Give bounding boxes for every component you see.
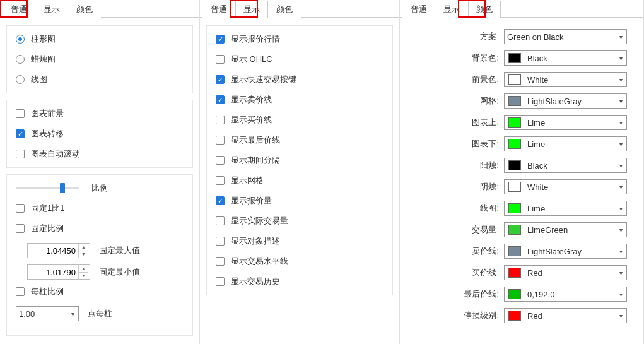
color-combo-8[interactable]: LimeGreen▾	[504, 222, 627, 237]
color-value-12: Red	[525, 311, 615, 321]
color-label-4: 图表下:	[456, 138, 499, 150]
tab-color-2[interactable]: 颜色	[268, 1, 301, 18]
checkbox-shift-label: 图表转移	[31, 128, 64, 139]
color-combo-10[interactable]: Red▾	[504, 265, 627, 280]
display-checkbox-label-8: 显示报价量	[231, 195, 272, 206]
radio-bar-label: 柱形图	[31, 33, 56, 45]
display-checkbox-label-12: 显示交易历史	[231, 276, 280, 287]
display-checkbox-0[interactable]	[216, 35, 225, 44]
display-checkbox-3[interactable]	[216, 95, 225, 104]
color-swatch-1	[508, 74, 521, 85]
display-checkbox-6[interactable]	[216, 156, 225, 165]
checkbox-fix-1-1-label: 固定1比1	[31, 203, 64, 214]
display-checkbox-label-5: 显示最后价线	[231, 134, 280, 146]
color-combo-12[interactable]: Red▾	[504, 308, 627, 323]
tab-general[interactable]: 普通	[3, 1, 35, 18]
points-per-bar-combo[interactable]: 1.00 ▾	[16, 306, 79, 321]
color-label-5: 阳烛:	[456, 160, 499, 171]
color-combo-5[interactable]: Black▾	[504, 158, 627, 173]
color-combo-3[interactable]: Lime▾	[504, 115, 627, 130]
display-checkbox-label-7: 显示网格	[231, 175, 264, 186]
color-combo-2[interactable]: LightSlateGray▾	[504, 93, 627, 109]
display-checkbox-label-4: 显示买价线	[231, 114, 272, 126]
color-value-10: Red	[525, 268, 615, 278]
color-label-11: 最后价线:	[456, 288, 499, 300]
min-up-icon[interactable]: ▲	[79, 265, 88, 273]
display-checkbox-12[interactable]	[216, 277, 225, 286]
color-label-0: 背景色:	[456, 52, 499, 64]
chevron-down-icon: ▾	[615, 33, 626, 40]
display-checkbox-7[interactable]	[216, 176, 225, 185]
color-combo-4[interactable]: Lime▾	[504, 136, 627, 151]
chevron-down-icon: ▾	[615, 312, 626, 319]
color-label-2: 网格:	[456, 95, 499, 107]
display-checkbox-8[interactable]	[216, 196, 225, 205]
chevron-down-icon: ▾	[67, 311, 78, 317]
color-value-11: 0,192,0	[525, 290, 615, 299]
display-checkbox-label-6: 显示期间分隔	[231, 155, 280, 166]
display-checkbox-10[interactable]	[216, 237, 225, 246]
color-label-6: 阴烛:	[456, 181, 499, 193]
color-combo-0[interactable]: Black▾	[504, 50, 627, 66]
display-checkbox-4[interactable]	[216, 116, 225, 124]
color-combo-6[interactable]: White▾	[504, 179, 627, 194]
panel3-tabs: 普通 显示 颜色	[400, 0, 643, 18]
checkbox-fix-ratio[interactable]	[16, 224, 25, 233]
color-combo-1[interactable]: White▾	[504, 72, 627, 87]
display-checkbox-5[interactable]	[216, 136, 225, 145]
checkbox-shift[interactable]	[16, 129, 25, 138]
color-swatch-2	[508, 96, 521, 106]
tab-display[interactable]: 显示	[35, 1, 68, 18]
scheme-combo[interactable]: Green on Black ▾	[504, 29, 627, 44]
color-label-3: 图表上:	[456, 117, 499, 128]
checkbox-autoscroll[interactable]	[16, 150, 25, 158]
checkbox-per-bar[interactable]	[16, 287, 25, 296]
color-label-9: 卖价线:	[456, 246, 499, 257]
display-checkbox-2[interactable]	[216, 75, 225, 84]
chevron-down-icon: ▾	[615, 248, 626, 255]
display-checkbox-label-11: 显示交易水平线	[231, 256, 288, 267]
color-value-7: Lime	[525, 204, 615, 213]
display-checkbox-label-0: 显示报价行情	[231, 33, 280, 45]
tab-general-2[interactable]: 普通	[202, 1, 235, 18]
checkbox-per-bar-label: 每柱比例	[31, 286, 64, 297]
points-per-bar-value: 1.00	[16, 309, 67, 319]
min-down-icon[interactable]: ▼	[79, 273, 88, 280]
max-value-spinner[interactable]: ▲ ▼	[27, 243, 90, 258]
radio-candle[interactable]	[16, 55, 25, 64]
color-combo-11[interactable]: 0,192,0▾	[504, 287, 627, 302]
scheme-label: 方案:	[456, 31, 499, 42]
display-checkbox-11[interactable]	[216, 257, 225, 266]
tab-color[interactable]: 颜色	[68, 1, 101, 18]
checkbox-fix-1-1[interactable]	[16, 204, 25, 213]
panel1-tabs: 普通 显示 颜色	[0, 0, 199, 18]
display-checkbox-9[interactable]	[216, 216, 225, 225]
color-swatch-12	[508, 311, 521, 321]
tab-display-2[interactable]: 显示	[235, 1, 268, 18]
display-checkbox-label-10: 显示对象描述	[231, 235, 280, 247]
color-combo-9[interactable]: LightSlateGray▾	[504, 244, 627, 259]
radio-bar[interactable]	[16, 35, 25, 44]
color-combo-7[interactable]: Lime▾	[504, 201, 627, 216]
checkbox-foreground[interactable]	[16, 109, 25, 118]
chevron-down-icon: ▾	[615, 270, 626, 276]
scheme-value: Green on Black	[505, 32, 615, 42]
min-value-input[interactable]	[28, 265, 78, 279]
max-up-icon[interactable]: ▲	[79, 244, 88, 251]
display-checkbox-1[interactable]	[216, 55, 225, 64]
color-swatch-10	[508, 268, 521, 278]
max-down-icon[interactable]: ▼	[79, 251, 88, 258]
tab-color-3[interactable]: 颜色	[468, 1, 501, 18]
tab-display-3[interactable]: 显示	[435, 1, 468, 18]
radio-line-label: 线图	[31, 74, 47, 85]
tab-general-3[interactable]: 普通	[402, 1, 435, 18]
chevron-down-icon: ▾	[615, 55, 626, 62]
scale-slider-label: 比例	[91, 182, 108, 194]
scale-slider[interactable]	[16, 187, 79, 189]
checkbox-fix-ratio-label: 固定比例	[31, 223, 64, 234]
points-per-bar-label: 点每柱	[88, 308, 112, 319]
max-value-input[interactable]	[28, 244, 78, 258]
chevron-down-icon: ▾	[615, 141, 626, 148]
min-value-spinner[interactable]: ▲ ▼	[27, 264, 90, 280]
radio-line[interactable]	[16, 75, 25, 84]
